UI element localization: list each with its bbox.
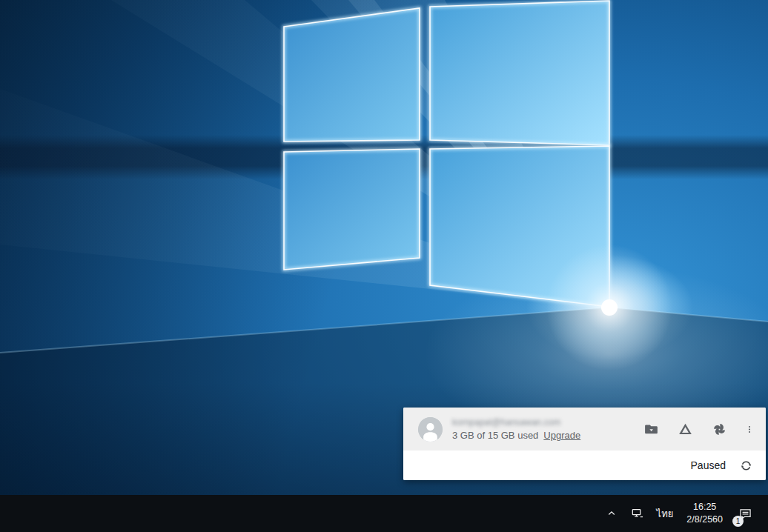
overflow-menu-icon[interactable]: [745, 421, 754, 437]
drive-folder-icon[interactable]: [643, 421, 659, 437]
network-icon[interactable]: [624, 495, 651, 532]
desktop: kornpapat@hansawan.com 3 GB of 15 GB use…: [0, 0, 768, 532]
language-indicator[interactable]: ไทย: [651, 495, 680, 532]
notification-badge: 1: [732, 516, 744, 527]
chevron-up-icon[interactable]: [599, 495, 624, 532]
system-tray: ไทย 16:25 2/8/2560 1: [599, 495, 768, 532]
popup-status-section: Paused: [403, 450, 766, 480]
clock-date: 2/8/2560: [686, 513, 723, 526]
google-drive-icon[interactable]: [677, 421, 693, 437]
clock-time: 16:25: [693, 501, 716, 513]
account-info: kornpapat@hansawan.com 3 GB of 15 GB use…: [452, 418, 580, 440]
sync-status-label: Paused: [691, 459, 726, 471]
account-email: kornpapat@hansawan.com: [452, 418, 580, 427]
account-avatar-icon: [418, 417, 443, 442]
clock[interactable]: 16:25 2/8/2560: [679, 495, 730, 532]
upgrade-link[interactable]: Upgrade: [543, 430, 580, 441]
popup-account-section: kornpapat@hansawan.com 3 GB of 15 GB use…: [403, 408, 766, 450]
google-photos-icon[interactable]: [711, 421, 727, 437]
storage-usage-text: 3 GB of 15 GB used: [452, 430, 538, 441]
popup-shortcut-icons: [643, 421, 766, 437]
sync-icon[interactable]: [738, 457, 754, 473]
backup-sync-popup: kornpapat@hansawan.com 3 GB of 15 GB use…: [403, 408, 766, 480]
action-center-icon[interactable]: 1: [730, 495, 762, 532]
taskbar[interactable]: ไทย 16:25 2/8/2560 1: [0, 495, 768, 532]
